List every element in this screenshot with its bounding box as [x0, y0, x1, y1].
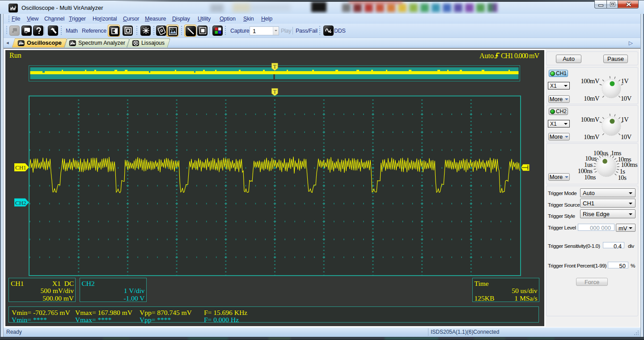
svg-text:CH2: CH2 — [15, 200, 26, 206]
svg-text:CH1 0.000 mV: CH1 0.000 mV — [501, 52, 539, 60]
svg-text:CH1: CH1 — [15, 164, 26, 171]
svg-text:T: T — [273, 89, 277, 95]
svg-text:Run: Run — [9, 51, 21, 59]
svg-text:Auto: Auto — [479, 52, 494, 60]
svg-text:5: 5 — [15, 5, 17, 8]
svg-text:T: T — [273, 64, 277, 70]
